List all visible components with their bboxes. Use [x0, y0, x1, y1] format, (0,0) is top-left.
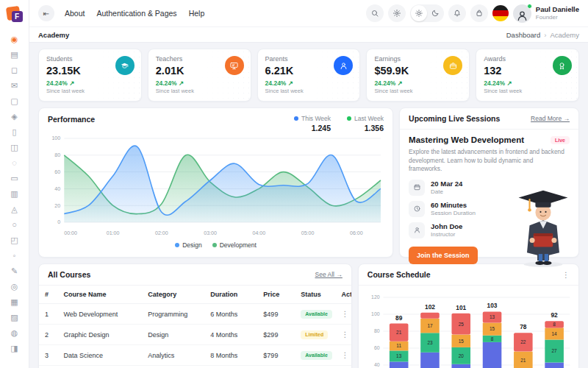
sidebar-item-pin-icon[interactable]: ◦ — [7, 248, 22, 263]
app-logo-icon[interactable]: F — [6, 5, 24, 23]
sidebar-item-library-icon[interactable]: ▯ — [7, 124, 22, 139]
cart-bag-icon[interactable] — [470, 4, 488, 22]
course-name: Digital Marketing — [57, 366, 142, 368]
performance-title: Performance — [48, 115, 95, 124]
card-menu-dots-icon[interactable]: ⋮ — [562, 271, 570, 279]
session-details: 20 Mar 24 Date 60 Minutes Session Durati… — [409, 180, 570, 238]
svg-text:80: 80 — [374, 328, 380, 333]
svg-text:40: 40 — [374, 362, 380, 367]
read-more-link[interactable]: Read More → — [531, 115, 570, 122]
course-category: Analytics — [142, 345, 204, 366]
person-icon — [409, 222, 425, 238]
course-num: 2 — [39, 325, 57, 345]
session-detail-instructor: John Doe Instructor — [409, 222, 570, 238]
stat-note: Since last week — [374, 88, 462, 94]
dark-mode-moon-icon[interactable] — [427, 5, 443, 21]
course-schedule-bar-chart: 1201008060402004413112189552317102412015… — [359, 286, 578, 368]
column-header: Category — [142, 286, 204, 304]
sidebar-item-products-icon[interactable]: ◰ — [7, 233, 22, 247]
sidebar-item-pen-icon[interactable]: ✎ — [7, 263, 22, 278]
sidebar-collapse-button[interactable]: ⇤ — [38, 5, 54, 21]
notifications-bell-icon[interactable] — [448, 4, 466, 22]
course-duration: 4 Months — [204, 325, 257, 345]
course-category: Programming — [142, 304, 204, 325]
svg-text:60: 60 — [374, 345, 380, 350]
online-status-dot — [527, 4, 532, 9]
course-num: 4 — [39, 366, 57, 368]
sidebar-item-mail-icon[interactable]: ✉ — [7, 78, 22, 93]
detail-value: 20 Mar 24 — [431, 180, 462, 188]
topbar-menu: AboutAuthentication & PagesHelp — [65, 9, 204, 18]
row-actions-dots-icon[interactable]: ⋮ — [336, 345, 351, 366]
sidebar-item-cart-icon[interactable]: ▢ — [7, 93, 22, 108]
svg-text:04:00: 04:00 — [252, 230, 265, 236]
search-icon[interactable] — [366, 4, 384, 22]
all-courses-title: All Courses — [48, 270, 90, 279]
course-row: 1 Web Development Programming 6 Months $… — [39, 304, 351, 325]
breadcrumb-item[interactable]: Dashboard — [506, 31, 540, 39]
sidebar-item-chat-icon[interactable]: ◻ — [7, 63, 22, 77]
menu-item-1[interactable]: Authentication & Pages — [96, 9, 176, 18]
breadcrumb-item[interactable]: Academy — [550, 31, 579, 39]
theme-toggle[interactable] — [410, 4, 444, 22]
menu-item-2[interactable]: Help — [189, 9, 205, 18]
light-mode-sun-icon[interactable] — [411, 5, 427, 21]
sidebar-item-dashboard-icon[interactable]: ◉ — [7, 32, 22, 46]
stat-card-teachers: Teachers 2.01K 24.24% ↗ Since last week — [148, 49, 251, 102]
course-price: $499 — [257, 304, 295, 325]
svg-text:100: 100 — [371, 311, 380, 316]
course-status: Available — [295, 345, 335, 366]
column-header: # — [39, 286, 57, 304]
stat-card-awards: Awards 132 24.24% ↗ Since last week — [476, 49, 579, 102]
svg-text:21: 21 — [520, 358, 526, 363]
stat-delta: 24.24% ↗ — [265, 79, 353, 87]
join-session-button[interactable]: Join the Session — [409, 247, 478, 264]
user-menu[interactable]: Paul Danielle Founder — [513, 4, 579, 23]
menu-item-0[interactable]: About — [65, 9, 85, 18]
language-german-flag-icon[interactable] — [492, 5, 509, 21]
sidebar-item-flow-icon[interactable]: ◬ — [7, 202, 22, 216]
main-column: ⇤ AboutAuthentication & PagesHelp Paul D… — [29, 0, 588, 368]
settings-gear-icon[interactable] — [388, 4, 406, 22]
sidebar-item-statistics-icon[interactable]: ▨ — [7, 310, 22, 325]
course-name: Graphic Design — [57, 325, 142, 345]
sidebar-item-invoice-icon[interactable]: ▥ — [7, 186, 22, 201]
series-legend-development[interactable]: Development — [212, 241, 257, 249]
performance-series-legend: DesignDevelopment — [39, 241, 392, 252]
svg-text:89: 89 — [395, 314, 403, 322]
course-name: Web Development — [57, 304, 142, 325]
svg-text:92: 92 — [551, 311, 558, 319]
svg-text:80: 80 — [54, 152, 60, 158]
sidebar-item-eye-icon[interactable]: ◎ — [7, 279, 22, 294]
svg-text:11: 11 — [396, 343, 401, 348]
live-sessions-card: Upcoming Live Sessions Read More → Maste… — [399, 107, 579, 258]
course-category: Marketing — [142, 366, 204, 368]
trend-up-icon: ↗ — [398, 79, 403, 87]
performance-area-chart: 02040608010000:0001:0002:0003:0004:0005:… — [39, 134, 392, 241]
bottom-row: All Courses See All → #Course NameCatego… — [38, 263, 579, 368]
sidebar-item-profile-icon[interactable]: ○ — [7, 217, 22, 232]
svg-text:25: 25 — [459, 322, 465, 327]
stat-card-parents: Parents 6.21K 24.24% ↗ Since last week — [257, 49, 361, 102]
sidebar-item-logistics-icon[interactable]: ◫ — [7, 140, 22, 155]
sidebar-item-share-icon[interactable]: ◍ — [7, 325, 22, 340]
row-actions-dots-icon[interactable]: ⋮ — [336, 304, 351, 325]
svg-text:14: 14 — [551, 331, 557, 336]
column-header: Duration — [204, 286, 257, 304]
breadcrumb: Dashboard›Academy — [506, 31, 579, 39]
see-all-link[interactable]: See All → — [315, 271, 343, 278]
series-legend-design[interactable]: Design — [175, 241, 201, 249]
sidebar-item-analytics-icon[interactable]: ▤ — [7, 47, 22, 62]
courses-table-header: #Course NameCategoryDurationPriceStatusA… — [39, 286, 351, 304]
sidebar-item-table-icon[interactable]: ▦ — [7, 294, 22, 309]
sidebar-item-jobs-icon[interactable]: ◌ — [7, 155, 22, 170]
clock-icon — [409, 201, 425, 217]
svg-text:100: 100 — [51, 136, 60, 141]
row-actions-dots-icon[interactable]: ⋮ — [336, 325, 351, 345]
row-actions-dots-icon[interactable]: ⋮ — [336, 366, 351, 368]
sidebar-item-display-icon[interactable]: ▭ — [7, 171, 22, 185]
sidebar-item-academy-icon[interactable]: ◈ — [7, 109, 22, 124]
sidebar-item-columns-icon[interactable]: ◨ — [7, 341, 22, 355]
stats-row: Students 23.15K 24.24% ↗ Since last week… — [38, 49, 579, 102]
svg-text:8: 8 — [553, 322, 556, 327]
